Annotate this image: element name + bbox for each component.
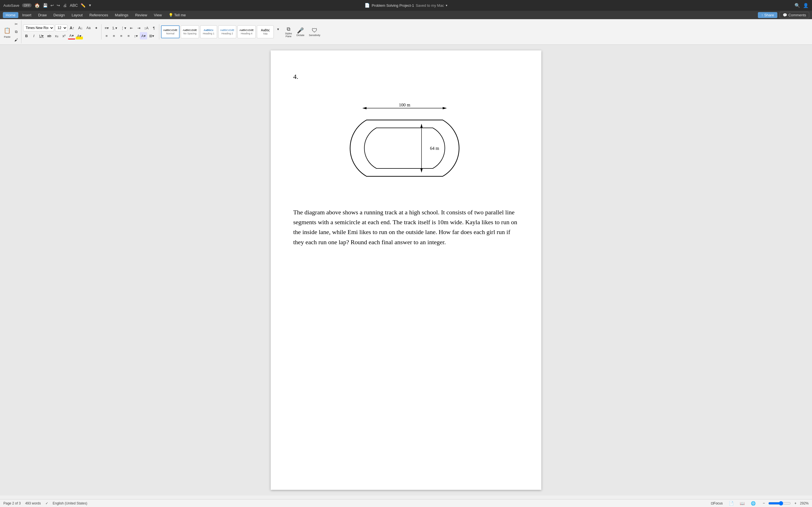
menu-tell-me[interactable]: 💡 Tell me	[166, 12, 189, 18]
font-group: Times New Roman 12 A↑ A↓ Aa ✦ B I U▾ ab …	[23, 24, 101, 40]
bold-button[interactable]: B	[23, 32, 30, 40]
doc-icon: 📄	[364, 3, 370, 8]
main-paragraph: The diagram above shows a running track …	[293, 207, 519, 247]
align-center-button[interactable]: ≡	[110, 32, 117, 40]
font-shrink-button[interactable]: A↓	[77, 24, 84, 32]
share-icon: ↑	[761, 13, 763, 17]
increase-indent-button[interactable]: ⇥	[136, 24, 142, 32]
sort-button[interactable]: ↕A	[143, 24, 150, 32]
multilevel-button[interactable]: ⋮▾	[119, 24, 128, 32]
copy-button[interactable]: ⧉	[13, 28, 19, 36]
title-bar-left: AutoSave OFF 🏠 💾 ↩ ↪ 🖨 ABC ✏️ ▼	[3, 3, 92, 8]
share-button[interactable]: ↑ Share	[758, 12, 777, 18]
style-title[interactable]: AaBb( Title	[257, 25, 274, 38]
line-spacing-button[interactable]: ↕▾	[133, 32, 139, 40]
user-icon[interactable]: 👤	[803, 3, 809, 8]
save-icon[interactable]: 💾	[43, 3, 48, 8]
spellcheck-icon[interactable]: ABC	[70, 3, 78, 8]
track-diagram-container: 100 m 64 m	[293, 89, 519, 196]
change-case-button[interactable]: Aa	[85, 24, 92, 32]
numbering-button[interactable]: 1.▾	[111, 24, 119, 32]
width-label: 100 m	[399, 103, 410, 107]
strikethrough-button[interactable]: ab	[46, 32, 52, 40]
highlight-button[interactable]: A▾	[76, 32, 83, 40]
cut-button[interactable]: ✂	[13, 20, 19, 27]
document-page[interactable]: 4. 100 m 64 m	[271, 50, 541, 490]
format-painter-button[interactable]: 🖌	[13, 36, 19, 43]
style-heading4[interactable]: AaBbCcDdE Heading 4	[238, 25, 256, 38]
redo-icon[interactable]: ↪	[57, 3, 60, 8]
show-hide-button[interactable]: ¶	[151, 24, 157, 32]
track-diagram: 100 m 64 m	[333, 89, 479, 196]
clipboard-group: 📋 Paste ✂ ⧉ 🖌	[2, 20, 21, 43]
style-gallery: AaBbCcDdE Normal AaBbCcDdE No Spacing Aa…	[161, 25, 810, 38]
document-area: 4. 100 m 64 m	[0, 45, 812, 496]
menu-review[interactable]: Review	[132, 12, 150, 18]
clear-format-button[interactable]: ✦	[93, 24, 100, 32]
align-left-button[interactable]: ≡	[103, 32, 110, 40]
menu-mailings[interactable]: Mailings	[112, 12, 132, 18]
sensitivity-button[interactable]: 🛡 Sensitivity	[308, 27, 321, 37]
shading-button[interactable]: A▾	[140, 32, 147, 40]
comments-button[interactable]: 💬 Comments	[779, 12, 809, 18]
justify-button[interactable]: ≡	[125, 32, 132, 40]
paragraph-group: ≡▾ 1.▾ ⋮▾ ⇤ ⇥ ↕A ¶ ≡ ≡ ≡ ≡ ↕▾ A▾ ⊞▾	[103, 24, 159, 40]
saved-chevron[interactable]: ▾	[446, 4, 448, 7]
font-grow-button[interactable]: A↑	[68, 24, 76, 32]
left-arrow-head	[362, 107, 366, 109]
print-icon[interactable]: 🖨	[63, 3, 67, 8]
underline-button[interactable]: U▾	[38, 32, 45, 40]
align-right-button[interactable]: ≡	[118, 32, 124, 40]
menu-references[interactable]: References	[87, 12, 111, 18]
home-icon[interactable]: 🏠	[35, 3, 40, 8]
subscript-button[interactable]: x₂	[53, 32, 60, 40]
italic-button[interactable]: I	[31, 32, 37, 40]
paste-label: Paste	[4, 36, 10, 38]
font-name-select[interactable]: Times New Roman	[23, 24, 54, 31]
dropdown-icon[interactable]: ▼	[88, 3, 92, 7]
autosave-toggle[interactable]: OFF	[22, 3, 32, 7]
toolbar-row1: 📋 Paste ✂ ⧉ 🖌 Times New Roman 12 A↑ A↓ A…	[0, 19, 812, 45]
style-heading1[interactable]: AaBbCc Heading 1	[200, 25, 217, 38]
borders-button[interactable]: ⊞▾	[148, 32, 156, 40]
autosave-label: AutoSave	[3, 3, 19, 8]
dictate-button[interactable]: 🎤 Dictate	[295, 26, 305, 37]
menu-home[interactable]: Home	[3, 12, 18, 18]
pen-icon[interactable]: ✏️	[81, 3, 86, 8]
dictate-icon: 🎤	[297, 27, 304, 34]
menu-layout[interactable]: Layout	[69, 12, 86, 18]
font-color-button[interactable]: A▾	[68, 32, 75, 40]
dictate-label: Dictate	[296, 34, 304, 37]
styles-pane-icon: ⧉	[287, 26, 290, 32]
title-bar-center: 📄 Problem Solving Project-1 Saved to my …	[364, 3, 448, 8]
menu-bar: Home Insert Draw Design Layout Reference…	[0, 11, 812, 19]
menu-design[interactable]: Design	[51, 12, 68, 18]
question-number: 4.	[293, 73, 519, 80]
styles-pane-label: StylesPane	[285, 32, 292, 38]
search-icon[interactable]: 🔍	[795, 3, 800, 8]
font-size-select[interactable]: 12	[55, 24, 67, 31]
right-arrow-head	[443, 107, 447, 109]
menu-bar-right: ↑ Share 💬 Comments	[758, 12, 809, 18]
bullets-button[interactable]: ≡▾	[103, 24, 110, 32]
decrease-indent-button[interactable]: ⇤	[128, 24, 135, 32]
superscript-button[interactable]: x²	[61, 32, 67, 40]
style-no-spacing[interactable]: AaBbCcDdE No Spacing	[181, 25, 199, 38]
menu-view[interactable]: View	[151, 12, 165, 18]
style-heading2[interactable]: AaBbCcDdE Heading 2	[218, 25, 237, 38]
lightbulb-icon: 💡	[168, 13, 173, 17]
style-normal[interactable]: AaBbCcDdE Normal	[161, 25, 180, 38]
styles-more-button[interactable]: ▾	[275, 25, 282, 33]
title-bar-right: 🔍 👤	[795, 3, 809, 8]
undo-icon[interactable]: ↩	[50, 3, 54, 8]
menu-insert[interactable]: Insert	[19, 12, 35, 18]
height-label: 64 m	[430, 146, 439, 151]
doc-title: Problem Solving Project-1	[371, 3, 414, 8]
sensitivity-label: Sensitivity	[309, 34, 320, 37]
paste-button[interactable]: 📋	[2, 25, 12, 36]
title-bar: AutoSave OFF 🏠 💾 ↩ ↪ 🖨 ABC ✏️ ▼ 📄 Proble…	[0, 0, 812, 11]
sensitivity-icon: 🛡	[312, 27, 317, 34]
menu-draw[interactable]: Draw	[35, 12, 49, 18]
styles-pane-button[interactable]: ⧉ StylesPane	[284, 25, 293, 38]
saved-state: Saved to my Mac	[416, 3, 444, 8]
